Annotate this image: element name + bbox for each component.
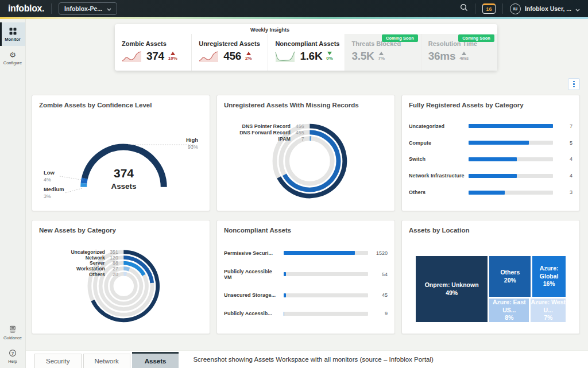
main-content: Weekly Insights Zombie Assets37410%Unreg…	[26, 19, 588, 368]
bar-track	[284, 312, 368, 316]
user-menu[interactable]: IU Infoblox User, ...	[510, 3, 580, 14]
bar-label: Network Infrastructure	[409, 173, 469, 179]
svg-text:Others: Others	[89, 272, 105, 277]
topbar-divider	[502, 3, 503, 14]
bar-fill	[284, 293, 286, 297]
bar-fill	[469, 141, 529, 145]
dashboard-options-button[interactable]	[568, 78, 580, 90]
bar-value: 7	[559, 123, 572, 129]
bar-row: Permissive Securi...1520	[224, 250, 388, 256]
treemap-bottom-row: Azure: East US...8%Azure: West U...7%	[489, 299, 566, 322]
treemap-block-label: Azure: Global	[532, 265, 566, 280]
sidebar-item-guidance[interactable]: Guidance	[0, 321, 25, 344]
user-name: Infoblox User, ...	[525, 5, 571, 12]
kpi-delta: 4ms	[459, 52, 469, 61]
monitor-card-assets-by-location: Assets by LocationOnprem: Unknown49%Othe…	[401, 220, 580, 334]
bar-value: 54	[374, 272, 388, 277]
svg-text:374: 374	[114, 166, 134, 180]
treemap-block-pct: 16%	[543, 280, 555, 288]
bar-row: Uncategorized7	[409, 123, 572, 129]
bar-row: Unsecured Storage...45	[224, 292, 388, 298]
tab-security[interactable]: Security	[34, 354, 82, 368]
kpi-label: Noncompliant Assets	[275, 40, 337, 47]
bar-row: Publicly Accessible VM54	[224, 269, 388, 280]
bar-value: 1520	[374, 250, 388, 256]
treemap-block-others[interactable]: Others20%	[489, 256, 531, 297]
treemap-block-azure-west-u-[interactable]: Azure: West U...7%	[531, 299, 566, 322]
kpi-delta-value: 2%	[245, 56, 252, 61]
gear-icon: ⚙	[9, 51, 17, 59]
hbar-body: Permissive Securi...1520Publicly Accessi…	[224, 238, 388, 329]
hbar-body: Uncategorized7Compute5Switch4Network Inf…	[409, 113, 572, 206]
svg-text:Workstation: Workstation	[76, 266, 105, 272]
kpi-value: 456	[223, 50, 241, 63]
sidebar-item-label: Guidance	[3, 335, 22, 340]
chevron-down-icon	[575, 3, 580, 14]
kpi-value: 36ms	[428, 50, 455, 63]
svg-text:DNS Forward Record: DNS Forward Record	[239, 130, 291, 135]
svg-text:Network: Network	[86, 255, 105, 261]
treemap-block-azure-global[interactable]: Azure: Global16%	[532, 256, 566, 297]
svg-text:IPAM: IPAM	[278, 136, 291, 142]
bar-value: 45	[374, 292, 388, 298]
kpi-threats-blocked[interactable]: Coming SoonThreats Blocked3.5K7%	[345, 34, 421, 71]
svg-text:7: 7	[301, 136, 304, 142]
svg-text:Uncategorized: Uncategorized	[71, 249, 105, 255]
tab-assets[interactable]: Assets	[132, 352, 179, 368]
bar-label: Publicly Accessib...	[224, 311, 284, 316]
kpi-resolution-time[interactable]: Coming SoonResolution Time36ms4ms	[421, 34, 497, 71]
bar-value: 4	[559, 156, 572, 162]
search-icon	[460, 3, 468, 14]
svg-text:456: 456	[296, 123, 304, 129]
kpi-noncompliant-assets[interactable]: Noncompliant Assets1.6K0%	[268, 34, 344, 71]
infoblox-logo: infoblox.	[8, 3, 44, 14]
treemap-block-pct: 8%	[505, 314, 513, 322]
kpi-value-row: 1.6K0%	[275, 50, 337, 63]
svg-text:27: 27	[113, 266, 118, 272]
sidebar: Monitor⚙ConfigureGuidance?Help	[0, 19, 26, 368]
radial-ring	[123, 274, 126, 274]
bar-fill	[469, 191, 505, 195]
kpi-unregistered-assets[interactable]: Unregistered Assets4562%	[191, 34, 268, 71]
bar-fill	[284, 272, 286, 276]
bar-track	[284, 293, 368, 297]
monitor-card-noncompliant-assets: Noncompliant AssetsPermissive Securi...1…	[216, 220, 395, 334]
bar-label: Compute	[409, 140, 469, 146]
kpi-value-row: 37410%	[122, 50, 184, 63]
kpi-delta: 7%	[378, 52, 385, 61]
card-title: Fully Registered Assets by Category	[409, 102, 572, 109]
trend-up-icon	[379, 52, 384, 55]
treemap-block-label: Onprem: Unknown	[425, 281, 479, 289]
treemap-block-onprem-unknown[interactable]: Onprem: Unknown49%	[416, 256, 488, 322]
svg-text:High: High	[186, 137, 198, 143]
sidebar-item-configure[interactable]: ⚙Configure	[0, 46, 25, 69]
bar-fill	[284, 312, 284, 316]
sidebar-item-monitor[interactable]: Monitor	[0, 22, 25, 46]
monitor-card-zombie-assets-by-confidence-level: Zombie Assets by Confidence Level374Asse…	[32, 95, 210, 211]
sidebar-item-label: Configure	[3, 60, 22, 65]
topbar: infoblox. Infoblox-Pe... 16 IU Infoblox …	[0, 0, 588, 17]
workspace-dropdown-label: Infoblox-Pe...	[64, 5, 102, 12]
coming-soon-badge: Coming Soon	[458, 34, 494, 42]
search-button[interactable]	[460, 3, 468, 14]
trend-up-icon	[246, 52, 251, 55]
treemap-block-azure-east-us-[interactable]: Azure: East US...8%	[489, 299, 529, 322]
bar-row: Switch4	[409, 156, 572, 162]
svg-text:?: ?	[11, 351, 14, 356]
trend-down-icon	[327, 52, 332, 55]
bar-track	[469, 141, 553, 145]
workspace-dropdown[interactable]: Infoblox-Pe...	[59, 2, 117, 15]
bar-track	[469, 124, 553, 128]
bar-fill	[469, 157, 517, 161]
radial-ring	[123, 269, 129, 270]
sidebar-item-help[interactable]: ?Help	[0, 344, 25, 368]
svg-text:351: 351	[110, 249, 118, 255]
topbar-divider	[51, 3, 52, 14]
tab-network[interactable]: Network	[83, 354, 130, 368]
treemap-block-pct: 7%	[544, 314, 552, 322]
card-title: Unregistered Assets With Missing Records	[224, 102, 388, 109]
kpi-zombie-assets[interactable]: Zombie Assets37410%	[115, 34, 191, 71]
date-badge[interactable]: 16	[482, 3, 496, 14]
bar-label: Publicly Accessible VM	[224, 269, 284, 280]
monitor-card-fully-registered-assets-by-category: Fully Registered Assets by CategoryUncat…	[401, 95, 580, 211]
